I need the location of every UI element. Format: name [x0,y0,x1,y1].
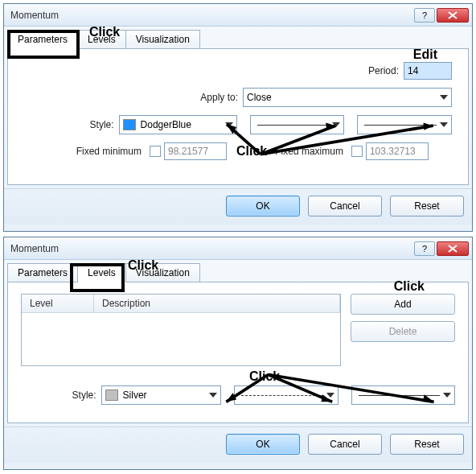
reset-button[interactable]: Reset [390,434,464,455]
apply-combo[interactable]: Close [243,88,452,107]
chevron-down-icon [443,393,451,398]
fixed-min-input[interactable] [164,142,227,160]
chevron-down-icon [440,95,448,100]
dialog-parameters: Momentum ? Click Parameters Levels Visua… [3,3,473,232]
help-button[interactable]: ? [414,8,435,23]
col-level: Level [22,295,94,312]
line-sample [364,125,437,126]
fixed-max-checkbox[interactable] [351,146,363,157]
button-row: OK Cancel Reset [4,188,472,225]
chevron-down-icon [209,393,217,398]
line-sample-dashed [241,395,323,396]
close-button[interactable] [437,8,469,23]
cancel-button[interactable]: Cancel [308,434,382,455]
list-header: Level Description [22,295,340,313]
apply-value: Close [247,92,272,103]
style-line-combo[interactable] [250,115,345,134]
reset-button[interactable]: Reset [390,196,464,216]
style-color-name: Silver [123,390,147,401]
dialog-levels: Momentum ? Click Parameters Levels Visua… [3,237,473,470]
cancel-button[interactable]: Cancel [308,196,382,216]
fixed-min-label: Fixed minimum [24,146,146,157]
style-color-combo[interactable]: Silver [101,385,221,405]
line-sample [257,125,330,126]
tab-visualization[interactable]: Visualization [125,30,200,49]
window-title: Momentum [10,243,412,254]
window-title: Momentum [10,10,412,21]
chevron-down-icon [332,122,340,127]
apply-label: Apply to: [200,92,243,103]
style-label: Style: [21,390,101,401]
delete-button[interactable]: Delete [351,321,455,342]
tab-panel-parameters: Edit Period: Apply to: Close Style: Dodg… [7,48,469,185]
close-button[interactable] [437,241,469,256]
titlebar: Momentum ? [4,237,472,260]
tab-parameters[interactable]: Parameters [7,30,78,49]
tab-levels[interactable]: Levels [77,263,126,282]
add-button[interactable]: Add [351,294,455,315]
chevron-down-icon [440,122,448,127]
annotation-click: Click [236,144,267,159]
period-input[interactable] [404,62,452,80]
tab-parameters[interactable]: Parameters [7,263,78,282]
button-row: OK Cancel Reset [4,427,472,463]
annotation-edit: Edit [413,47,437,62]
tab-visualization[interactable]: Visualization [125,263,200,282]
chevron-down-icon [225,122,233,127]
help-button[interactable]: ? [414,241,435,256]
style-width-combo[interactable] [357,115,452,134]
annotation-click: Click [394,279,425,294]
style-color-name: DodgerBlue [141,119,191,130]
col-description: Description [94,295,340,312]
chevron-down-icon [326,393,334,398]
tab-panel-levels: Click Level Description Add Delete Click… [7,282,469,423]
levels-list[interactable]: Level Description [21,294,341,366]
ok-button[interactable]: OK [226,434,300,455]
ok-button[interactable]: OK [226,196,300,216]
style-width-combo[interactable] [351,385,456,405]
color-swatch [105,390,118,401]
fixed-max-label: Fixed maximum [275,146,348,157]
fixed-max-input[interactable] [366,142,429,160]
style-label: Style: [24,119,119,130]
style-color-combo[interactable]: DodgerBlue [119,115,237,134]
style-line-combo[interactable] [234,385,339,405]
fixed-min-checkbox[interactable] [150,146,161,157]
color-swatch [123,119,136,130]
side-buttons: Add Delete [351,294,455,366]
tab-levels[interactable]: Levels [77,30,126,49]
titlebar: Momentum ? [4,4,472,27]
period-label: Period: [368,65,404,76]
line-sample [359,395,441,396]
tab-strip: Parameters Levels Visualization [4,27,472,49]
annotation-click: Click [249,369,280,384]
tab-strip: Parameters Levels Visualization [4,260,472,282]
